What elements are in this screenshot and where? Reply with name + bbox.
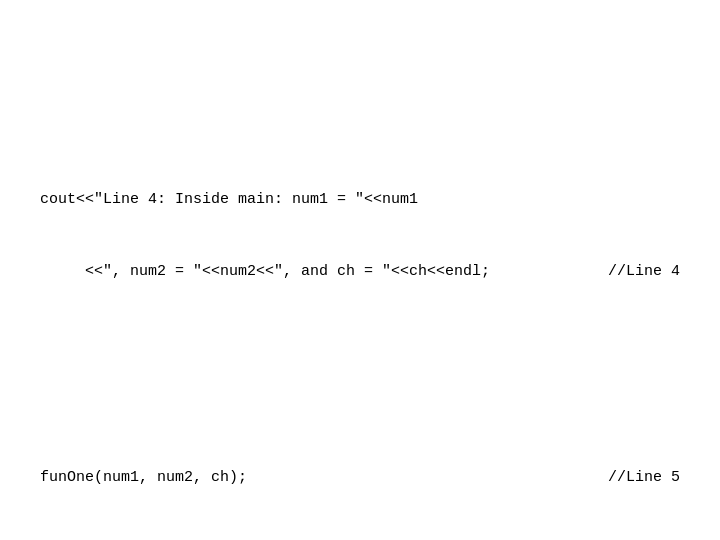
line-5-comment: //Line 5 bbox=[311, 466, 680, 490]
code-line-4b: <<", num2 = "<<num2<<", and ch = "<<ch<<… bbox=[40, 260, 680, 284]
line-4b-content: <<", num2 = "<<num2<<", and ch = "<<ch<<… bbox=[40, 260, 490, 284]
line-4b-comment: //Line 4 bbox=[590, 260, 680, 284]
line-4a-content: cout<<"Line 4: Inside main: num1 = "<<nu… bbox=[40, 188, 418, 212]
code-container: cout<<"Line 4: Inside main: num1 = "<<nu… bbox=[0, 0, 720, 540]
code-line-5: funOne(num1, num2, ch); //Line 5 bbox=[40, 466, 680, 490]
code-line-4a: cout<<"Line 4: Inside main: num1 = "<<nu… bbox=[40, 188, 680, 212]
line-5-content: funOne(num1, num2, ch); bbox=[40, 466, 247, 490]
spacer-1 bbox=[40, 356, 680, 370]
code-block: cout<<"Line 4: Inside main: num1 = "<<nu… bbox=[40, 92, 680, 540]
